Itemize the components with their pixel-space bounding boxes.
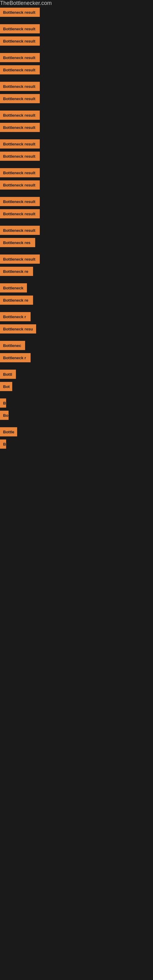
- bottleneck-label-23: Bottlenec: [0, 341, 25, 350]
- bar-row-23: Bottlenec: [0, 340, 153, 351]
- section-gap-6: [0, 105, 153, 109]
- bar-row-16: Bottleneck res: [0, 237, 153, 253]
- bar-row-24: Bottleneck r: [0, 352, 153, 368]
- bar-row-2: Bottleneck result: [0, 35, 153, 52]
- bottleneck-label-30: B: [0, 439, 6, 449]
- bar-row-1: Bottleneck result: [0, 23, 153, 35]
- bar-row-4: Bottleneck result: [0, 64, 153, 81]
- bottleneck-label-26: Bot: [0, 382, 12, 391]
- bar-row-20: Bottleneck re: [0, 294, 153, 311]
- bar-row-19: Bottleneck: [0, 282, 153, 294]
- bottleneck-label-14: Bottleneck result: [0, 209, 40, 218]
- section-gap-26: [0, 393, 153, 397]
- bottleneck-label-11: Bottleneck result: [0, 168, 40, 177]
- bottleneck-label-2: Bottleneck result: [0, 37, 40, 46]
- bottleneck-label-24: Bottleneck r: [0, 353, 30, 362]
- bottleneck-label-12: Bottleneck result: [0, 180, 40, 189]
- section-gap-8: [0, 134, 153, 138]
- bottleneck-label-25: Bottl: [0, 370, 16, 379]
- bar-row-22: Bottleneck resu: [0, 323, 153, 340]
- bottleneck-label-22: Bottleneck resu: [0, 324, 36, 334]
- section-gap-0: [0, 19, 153, 23]
- bar-row-26: Bot: [0, 381, 153, 397]
- bars-container: Bottleneck resultBottleneck resultBottle…: [0, 6, 153, 455]
- section-gap-22: [0, 335, 153, 340]
- bottleneck-label-15: Bottleneck result: [0, 226, 40, 235]
- bottleneck-label-27: B: [0, 398, 6, 407]
- section-gap-24: [0, 364, 153, 368]
- bar-row-17: Bottleneck result: [0, 253, 153, 265]
- bottleneck-label-28: Bo: [0, 411, 9, 420]
- bottleneck-label-16: Bottleneck res: [0, 238, 35, 247]
- bottleneck-label-6: Bottleneck result: [0, 94, 40, 103]
- bar-row-12: Bottleneck result: [0, 179, 153, 196]
- bar-row-14: Bottleneck result: [0, 208, 153, 224]
- bottleneck-label-9: Bottleneck result: [0, 139, 40, 148]
- bottleneck-label-3: Bottleneck result: [0, 53, 40, 62]
- bar-row-6: Bottleneck result: [0, 93, 153, 109]
- section-gap-20: [0, 307, 153, 311]
- section-gap-14: [0, 220, 153, 224]
- bottleneck-label-18: Bottleneck re: [0, 267, 33, 276]
- bar-row-30: B: [0, 438, 153, 455]
- bottleneck-label-7: Bottleneck result: [0, 111, 40, 120]
- bottleneck-label-29: Bottle: [0, 427, 17, 436]
- section-gap-18: [0, 278, 153, 282]
- section-gap-28: [0, 422, 153, 426]
- bar-row-3: Bottleneck result: [0, 52, 153, 64]
- bar-row-11: Bottleneck result: [0, 167, 153, 178]
- bar-row-13: Bottleneck result: [0, 196, 153, 207]
- bottleneck-label-13: Bottleneck result: [0, 197, 40, 206]
- section-gap-4: [0, 76, 153, 81]
- bottleneck-label-17: Bottleneck result: [0, 255, 40, 264]
- bar-row-10: Bottleneck result: [0, 150, 153, 167]
- bottleneck-label-1: Bottleneck result: [0, 24, 40, 33]
- bar-row-7: Bottleneck result: [0, 109, 153, 121]
- section-gap-2: [0, 48, 153, 52]
- bar-row-8: Bottleneck result: [0, 122, 153, 138]
- section-gap-16: [0, 249, 153, 253]
- section-gap-12: [0, 191, 153, 196]
- bar-row-15: Bottleneck result: [0, 224, 153, 236]
- bar-row-0: Bottleneck result: [0, 6, 153, 23]
- site-title: TheBottlenecker.com: [0, 0, 153, 6]
- bar-row-29: Bottle: [0, 426, 153, 438]
- bottleneck-label-0: Bottleneck result: [0, 8, 40, 17]
- bottleneck-label-5: Bottleneck result: [0, 82, 40, 91]
- bottleneck-label-4: Bottleneck result: [0, 65, 40, 75]
- bar-row-25: Bottl: [0, 368, 153, 380]
- bottleneck-label-20: Bottleneck re: [0, 296, 33, 305]
- bar-row-5: Bottleneck result: [0, 81, 153, 92]
- bar-row-18: Bottleneck re: [0, 266, 153, 282]
- bar-row-21: Bottleneck r: [0, 311, 153, 323]
- bar-row-9: Bottleneck result: [0, 138, 153, 150]
- section-gap-10: [0, 162, 153, 167]
- bar-row-27: B: [0, 397, 153, 409]
- bottleneck-label-8: Bottleneck result: [0, 123, 40, 132]
- bottleneck-label-19: Bottleneck: [0, 283, 27, 293]
- bar-row-28: Bo: [0, 409, 153, 426]
- bottleneck-label-21: Bottleneck r: [0, 312, 30, 321]
- bottleneck-label-10: Bottleneck result: [0, 151, 40, 161]
- section-gap-30: [0, 450, 153, 455]
